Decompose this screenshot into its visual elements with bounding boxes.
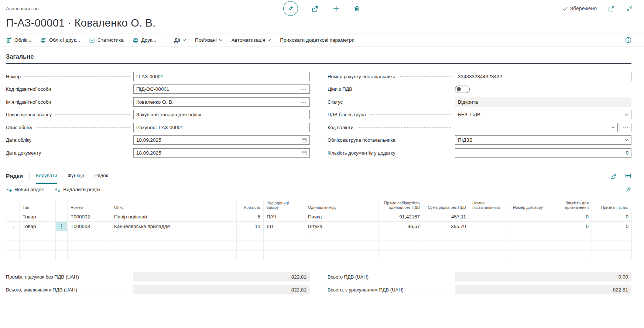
collapse-icon[interactable] [626,5,633,12]
calendar-icon[interactable] [301,150,307,156]
cell-type[interactable]: Товар [20,221,56,231]
cell-assigned-qty[interactable]: 0 [592,221,632,231]
check-icon [562,6,568,11]
col-description[interactable]: Опис [111,200,237,212]
delete-line-button[interactable]: Видалити рядок [55,186,100,192]
attached-documents-count-input[interactable]: 0 [455,148,631,158]
calendar-icon[interactable] [301,137,307,143]
currency-assist-button[interactable]: ··· [620,123,631,132]
total-excl-vat: Всього, виключаючи ПДВ (UAH) 822,81 [6,283,310,296]
cell-assigned-qty[interactable]: 0 [592,212,632,221]
pencil-icon [283,1,298,16]
col-number[interactable]: Номер [68,200,111,212]
field-attached-documents-count: Кількість документів у додатку 0 [328,146,631,159]
col-selector [6,200,20,212]
cell-uom[interactable]: Штука [305,221,379,231]
posting-date-input[interactable]: 18.09.2025 [133,135,310,145]
vendor-posting-group-select[interactable]: ПІДЗВ [455,135,631,145]
share-icon[interactable] [610,173,617,179]
menu-actions[interactable]: Дії [174,37,186,43]
delete-button[interactable] [353,5,361,12]
lookup-icon[interactable]: ··· [301,86,307,92]
cell-vendor-no[interactable] [469,212,510,221]
cell-description[interactable]: Папір офісний [111,212,237,221]
menu-automation[interactable]: Автоматизація [232,37,271,43]
cell-unit-cost[interactable]: 91,42167 [379,212,423,221]
tab-manage[interactable]: Керувати [36,173,57,179]
tab-line[interactable]: Рядок [95,173,108,179]
col-line-amount[interactable]: Сума рядка без ПДВ [423,200,469,212]
statistics-icon [89,37,95,43]
general-right-column: Номер рахунку постачальника. 33433323443… [328,70,631,159]
edit-button[interactable] [283,1,298,16]
general-section: Загальне Номер П-АЗ-00001 Код підзвітної… [0,53,644,159]
prices-incl-vat-toggle[interactable] [455,86,470,93]
cell-quantity[interactable]: 10 [237,221,264,231]
cell-uom[interactable]: Пачка [305,212,379,221]
lines-section-title[interactable]: Рядки [6,173,23,179]
open-in-excel-icon[interactable] [625,173,631,179]
col-assigned-qty[interactable]: Признач. кільк. [592,200,632,212]
cell-description[interactable]: Канцелярське приладдя [111,221,237,231]
cell-row-menu[interactable] [56,212,68,221]
general-section-title[interactable]: Загальне [6,53,631,60]
lookup-icon[interactable]: ··· [301,99,307,105]
cell-uom-code[interactable]: ПАЧ [264,212,305,221]
row-menu-button[interactable]: ⋮ [56,221,68,231]
plus-icon [332,5,340,13]
delete-line-icon [55,186,61,192]
cell-quantity[interactable]: 5 [237,212,264,221]
cell-number[interactable]: T000002 [68,212,111,221]
new-document-button[interactable] [332,5,340,13]
col-qty-to-assign[interactable]: Кількість для призначення [551,200,592,212]
col-type[interactable]: Тип [20,200,56,212]
page-caption: Авансовий звіт [6,6,39,11]
share-icon[interactable] [311,5,319,13]
number-input[interactable]: П-АЗ-00001 [133,72,310,81]
general-left-column: Номер П-АЗ-00001 Код підзвітної особи ПІ… [6,70,310,159]
cell-line-amount[interactable]: 365,70 [423,221,469,231]
statistics-button[interactable]: Статистика [89,37,124,43]
employee-name-input[interactable]: Коваленко О. В. ··· [133,97,310,107]
cell-uom-code[interactable]: ШТ [264,221,305,231]
col-vendor-no[interactable]: Номер постачальника [469,200,510,212]
cell-type[interactable]: Товар [20,212,56,221]
employee-code-input[interactable]: ПІД-ОС-00001 ··· [133,84,310,94]
advance-purpose-input[interactable]: Закупівля товарів для офісу [133,110,310,119]
new-line-button[interactable]: Новий рядок [6,186,44,192]
post-button[interactable]: Облік... [6,37,31,43]
table-header-row: Тип Номер Опис Кількість Код одиниці вим… [6,200,632,212]
chevron-down-icon[interactable] [611,126,615,129]
chevron-down-icon[interactable] [624,113,628,116]
row-selector[interactable] [6,212,20,221]
currency-code-select[interactable] [455,123,618,132]
posting-description-input[interactable]: Рахунок П-АЗ-00001 [133,123,310,132]
col-uom[interactable]: Одиниці виміру [305,200,379,212]
info-icon[interactable] [625,37,631,43]
col-unit-cost[interactable]: Пряма собівартість одиниці без ПДВ [379,200,423,212]
document-date-input[interactable]: 18.09.2025 [133,148,310,158]
col-quantity[interactable]: Кількість [237,200,264,212]
cell-qty-to-assign[interactable]: 0 [551,212,592,221]
tab-functions[interactable]: Функції [68,173,84,179]
total-subtotal-excl-vat-value: 822,81 [133,272,310,282]
cell-vendor-no[interactable] [469,221,510,231]
col-uom-code[interactable]: Код одиниці виміру [264,200,305,212]
unpin-icon[interactable] [625,186,631,193]
popout-icon[interactable] [608,5,615,12]
chevron-down-icon[interactable] [624,139,628,141]
cell-unit-cost[interactable]: 36,57 [379,221,423,231]
cell-contract-no[interactable] [510,221,551,231]
cell-qty-to-assign[interactable]: 0 [551,221,592,231]
print-button[interactable]: Друк... [133,37,156,43]
cell-line-amount[interactable]: 457,11 [423,212,469,221]
hide-more-options-button[interactable]: Приховати додаткові параметри [280,37,354,43]
cell-number[interactable]: T000003 [68,221,111,231]
cell-contract-no[interactable] [510,212,551,221]
post-and-print-button[interactable]: Облік і друк... [40,37,80,43]
col-contract-no[interactable]: Номер договору [510,200,551,212]
field-posting-date: Дата обліку 18.09.2025 [6,134,310,147]
vat-bus-group-select[interactable]: БЕЗ_ПДВ [455,110,631,119]
vendor-invoice-no-input[interactable]: 3343332344323432 [455,72,631,81]
menu-related[interactable]: Пов’язані [195,37,223,43]
